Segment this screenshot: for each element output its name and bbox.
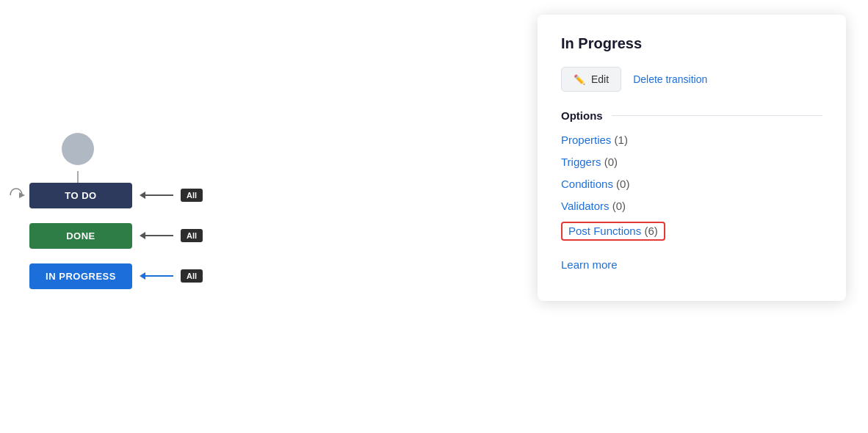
- post-functions-link-text: Post Functions: [568, 225, 641, 237]
- diagram-area: TO DO All DONE All: [0, 0, 441, 433]
- svg-marker-4: [140, 232, 145, 239]
- delete-label: Delete transition: [633, 73, 707, 85]
- options-divider: [612, 115, 822, 116]
- workflow-diagram: TO DO All DONE All: [29, 133, 203, 301]
- done-label: DONE: [66, 230, 95, 241]
- done-incoming-arrow: All: [138, 228, 203, 243]
- learn-more-text: Learn more: [561, 258, 618, 271]
- panel-actions: ✏️ Edit Delete transition: [561, 67, 822, 92]
- todo-all-badge: All: [181, 189, 203, 202]
- todo-incoming-arrow: All: [138, 188, 203, 203]
- inprogress-state-row: IN PROGRESS All: [29, 263, 203, 289]
- edit-button[interactable]: ✏️ Edit: [561, 67, 621, 92]
- properties-row: Properties (1): [561, 134, 822, 147]
- todo-label: TO DO: [65, 190, 96, 201]
- delete-transition-button[interactable]: Delete transition: [633, 73, 707, 85]
- conditions-link-text: Conditions: [561, 178, 613, 190]
- options-header: Options: [561, 109, 822, 122]
- todo-state-box[interactable]: TO DO: [29, 183, 132, 208]
- learn-more-row: Learn more: [561, 258, 822, 272]
- connector-v1: [77, 171, 79, 183]
- options-section: Options Properties (1) Triggers (0) Cond…: [561, 109, 822, 272]
- post-functions-link[interactable]: Post Functions (6): [568, 225, 658, 237]
- post-functions-row: Post Functions (6): [561, 222, 822, 250]
- properties-count: (1): [615, 134, 628, 146]
- edit-label: Edit: [591, 73, 609, 85]
- inprogress-state-box[interactable]: IN PROGRESS: [29, 263, 132, 289]
- triggers-link-text: Triggers: [561, 156, 601, 168]
- inprogress-incoming-arrow: All: [138, 269, 203, 283]
- start-node: [62, 133, 94, 165]
- self-loop-arrow: [7, 181, 31, 210]
- done-all-badge: All: [181, 229, 203, 242]
- done-state-row: DONE All: [29, 223, 203, 249]
- validators-link-text: Validators: [561, 200, 610, 212]
- triggers-count: (0): [604, 156, 618, 168]
- inprogress-all-badge: All: [181, 269, 203, 283]
- post-functions-highlighted-box: Post Functions (6): [561, 222, 665, 241]
- triggers-link[interactable]: Triggers (0): [561, 156, 618, 168]
- learn-more-link[interactable]: Learn more: [561, 258, 618, 271]
- panel-title: In Progress: [561, 35, 822, 52]
- properties-link[interactable]: Properties (1): [561, 134, 628, 146]
- transition-panel: In Progress ✏️ Edit Delete transition Op…: [538, 15, 846, 301]
- conditions-row: Conditions (0): [561, 178, 822, 191]
- options-label: Options: [561, 109, 603, 122]
- svg-marker-6: [140, 272, 145, 280]
- validators-row: Validators (0): [561, 200, 822, 213]
- done-state-box[interactable]: DONE: [29, 223, 132, 249]
- conditions-count: (0): [616, 178, 629, 190]
- svg-marker-2: [140, 192, 145, 199]
- properties-link-text: Properties: [561, 134, 611, 146]
- todo-state-row: TO DO All: [29, 183, 203, 208]
- triggers-row: Triggers (0): [561, 156, 822, 169]
- inprogress-label: IN PROGRESS: [46, 271, 116, 282]
- conditions-link[interactable]: Conditions (0): [561, 178, 629, 190]
- validators-count: (0): [612, 200, 626, 212]
- post-functions-count: (6): [644, 225, 657, 237]
- validators-link[interactable]: Validators (0): [561, 200, 626, 212]
- pencil-icon: ✏️: [574, 74, 585, 85]
